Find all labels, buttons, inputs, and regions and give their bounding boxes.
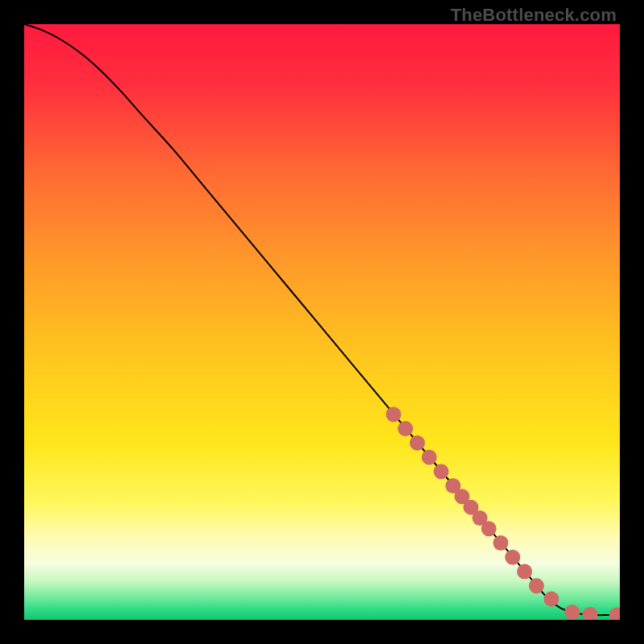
- data-marker: [422, 449, 437, 464]
- data-marker: [434, 464, 449, 479]
- data-marker: [505, 550, 520, 565]
- watermark-text: TheBottleneck.com: [451, 5, 617, 26]
- marker-group: [386, 407, 620, 620]
- data-marker: [386, 407, 401, 422]
- data-marker: [410, 436, 425, 451]
- data-marker: [398, 421, 413, 436]
- data-marker: [564, 605, 580, 620]
- data-marker: [609, 608, 620, 620]
- curve-layer: [24, 24, 620, 620]
- data-marker: [517, 564, 532, 580]
- data-marker: [583, 607, 598, 620]
- data-marker: [493, 535, 509, 551]
- plot-area: [24, 24, 620, 620]
- data-marker: [481, 521, 497, 536]
- main-curve: [24, 24, 620, 615]
- chart-frame: TheBottleneck.com: [0, 0, 644, 644]
- data-marker: [543, 592, 559, 607]
- data-marker: [529, 578, 544, 593]
